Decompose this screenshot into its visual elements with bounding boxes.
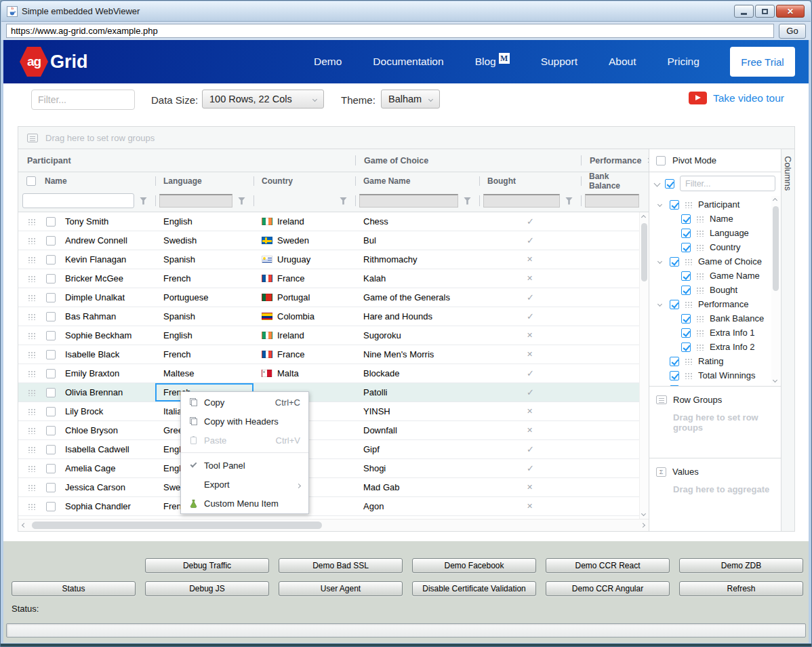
group-header-game-of-choice[interactable]: Game of Choice — [355, 149, 581, 172]
cell-bought[interactable]: ✓ — [479, 440, 581, 458]
cell-bought[interactable]: ✕ — [479, 269, 581, 288]
menu-item-paste[interactable]: PasteCtrl+V — [181, 431, 308, 450]
tree-item-extra-info-1[interactable]: Extra Info 1 — [649, 326, 781, 340]
bank-balance-filter-box[interactable] — [585, 194, 639, 208]
table-row[interactable]: Sophie BeckhamEnglishIrelandSugoroku✕ — [18, 326, 639, 345]
cell-name[interactable]: Amelia Cage — [18, 459, 155, 477]
cell-bought[interactable]: ✓ — [479, 364, 581, 383]
values-section[interactable]: Σ Values Drag here to aggregate — [649, 458, 781, 503]
cell-language[interactable]: English — [155, 326, 253, 345]
row-checkbox[interactable] — [46, 331, 56, 340]
cell-name[interactable]: Kevin Flanagan — [18, 250, 155, 269]
row-checkbox[interactable] — [46, 464, 56, 473]
tree-item-total-winnings[interactable]: Total Winnings — [649, 368, 781, 383]
cell-bought[interactable]: ✕ — [479, 421, 581, 439]
row-checkbox[interactable] — [46, 407, 56, 416]
row-checkbox[interactable] — [46, 502, 56, 511]
chevron-down-icon[interactable] — [657, 202, 662, 207]
cell-bank-balance[interactable] — [581, 250, 639, 269]
table-row[interactable]: Dimple UnalkatPortuguesePortugalGame of … — [18, 288, 639, 307]
cell-name[interactable]: Bas Rahman — [18, 307, 155, 326]
row-groups-section[interactable]: Row Groups Drag here to set row groups — [649, 387, 781, 458]
cell-language[interactable]: French — [155, 269, 253, 288]
cell-game-name[interactable]: Blockade — [355, 364, 479, 383]
table-row[interactable]: Andrew ConnellSwedishSwedenBul✓ — [18, 231, 639, 250]
drag-handle-icon[interactable] — [28, 370, 37, 377]
cell-game-name[interactable]: Agon — [355, 497, 479, 515]
vertical-scroll-thumb[interactable] — [641, 223, 647, 281]
cell-game-name[interactable]: Hare and Hounds — [355, 307, 479, 326]
drag-handle-icon[interactable] — [696, 344, 704, 351]
cell-bought[interactable]: ✕ — [479, 250, 581, 269]
cell-bank-balance[interactable] — [581, 383, 639, 401]
game-name-filter-box[interactable] — [359, 194, 458, 208]
cell-bought[interactable]: ✓ — [479, 383, 581, 401]
cell-country[interactable]: Sweden — [253, 231, 355, 250]
drag-handle-icon[interactable] — [28, 427, 37, 434]
drag-handle-icon[interactable] — [28, 484, 37, 491]
column-header-language[interactable]: Language — [155, 172, 253, 190]
cell-bought[interactable]: ✓ — [479, 307, 581, 326]
cell-game-name[interactable]: Kalah — [355, 269, 479, 288]
drag-handle-icon[interactable] — [28, 465, 37, 472]
table-row[interactable]: Kevin FlanaganSpanishUruguayRithmomachy✕ — [18, 250, 639, 269]
cell-language[interactable]: Spanish — [155, 250, 253, 269]
tree-item-language[interactable]: Language — [649, 226, 781, 240]
column-header-bank-balance[interactable]: Bank Balance — [581, 172, 639, 190]
cell-language[interactable]: Portuguese — [155, 288, 253, 307]
tree-scroll-thumb[interactable] — [773, 206, 779, 291]
drag-handle-icon[interactable] — [696, 287, 704, 294]
cell-bank-balance[interactable] — [581, 288, 639, 307]
scroll-up-icon[interactable] — [773, 198, 777, 203]
column-checkbox[interactable] — [670, 357, 679, 366]
drag-handle-icon[interactable] — [696, 330, 704, 336]
row-checkbox[interactable] — [46, 255, 56, 264]
table-row[interactable]: Jessica CarsonSwedishMad Gab✕ — [18, 478, 639, 497]
drag-handle-icon[interactable] — [28, 218, 37, 225]
cell-bought[interactable]: ✕ — [479, 478, 581, 496]
tree-item-country[interactable]: Country — [649, 240, 781, 254]
nav-item-demo[interactable]: Demo — [314, 56, 342, 68]
menu-item-tool-panel[interactable]: Tool Panel — [181, 456, 308, 475]
refresh-button[interactable]: Refresh — [679, 581, 803, 596]
table-row[interactable]: Emily BraxtonMalteseMaltaBlockade✓ — [18, 364, 639, 383]
row-checkbox[interactable] — [46, 483, 56, 492]
cell-bought[interactable]: ✕ — [479, 345, 581, 364]
select-all-checkbox[interactable] — [26, 176, 36, 186]
minimize-button[interactable] — [734, 5, 754, 18]
group-header-participant[interactable]: Participant — [18, 149, 355, 172]
cell-name[interactable]: Sophie Beckham — [18, 326, 155, 345]
nav-item-documentation[interactable]: Documentation — [373, 56, 443, 68]
drag-handle-icon[interactable] — [685, 258, 693, 265]
cell-bank-balance[interactable] — [581, 307, 639, 326]
disable-certificate-validation-button[interactable]: Disable Certificate Validation — [412, 581, 536, 596]
cell-game-name[interactable]: Patolli — [355, 383, 479, 401]
tree-item-performance[interactable]: Performance — [649, 297, 781, 311]
cell-name[interactable]: Isabella Cadwell — [18, 440, 155, 458]
cell-bank-balance[interactable] — [581, 231, 639, 250]
video-tour-link[interactable]: Take video tour — [689, 92, 784, 104]
tree-item-participant[interactable]: Participant — [649, 197, 781, 212]
row-checkbox[interactable] — [46, 236, 56, 246]
column-checkbox[interactable] — [681, 342, 691, 352]
maximize-button[interactable] — [755, 5, 775, 18]
menu-item-custom-menu-item[interactable]: Custom Menu Item — [181, 494, 308, 513]
filter-funnel-icon[interactable] — [464, 197, 471, 205]
demo-facebook-button[interactable]: Demo Facebook — [412, 558, 536, 573]
column-checkbox[interactable] — [681, 328, 691, 338]
cell-country[interactable]: Ireland — [253, 212, 355, 231]
column-checkbox[interactable] — [681, 314, 691, 324]
cell-name[interactable]: Tony Smith — [18, 212, 155, 231]
cell-country[interactable]: Colombia — [253, 307, 355, 326]
cell-name[interactable]: Sophia Chandler — [18, 497, 155, 515]
row-checkbox[interactable] — [46, 445, 56, 454]
debug-traffic-button[interactable]: Debug Traffic — [145, 558, 269, 573]
cell-game-name[interactable]: Nine Men's Morris — [355, 345, 479, 364]
cell-bank-balance[interactable] — [581, 212, 639, 231]
table-row[interactable]: Isabella CadwellEnglishGipf✓ — [18, 440, 639, 459]
cell-name[interactable]: Lily Brock — [18, 402, 155, 420]
tree-item-monthly-breakdown[interactable]: Monthly Breakdown — [649, 383, 781, 387]
nav-item-about[interactable]: About — [609, 56, 636, 68]
tree-item-bank-balance[interactable]: Bank Balance — [649, 311, 781, 326]
column-checkbox[interactable] — [670, 385, 679, 387]
